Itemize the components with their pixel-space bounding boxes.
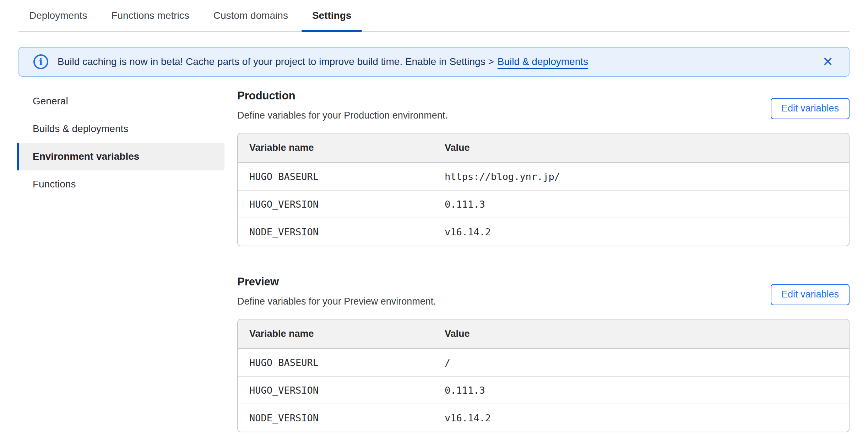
sidebar-item-label: General	[33, 95, 68, 107]
column-header-variable-name: Variable name	[238, 133, 433, 163]
variable-value-cell: v16.14.2	[433, 404, 849, 432]
variable-value-cell: 0.111.3	[433, 376, 849, 404]
settings-sidebar: General Builds & deployments Environment…	[17, 87, 224, 198]
variable-name-cell: HUGO_VERSION	[238, 190, 433, 218]
sidebar-item-builds-deployments[interactable]: Builds & deployments	[17, 115, 224, 143]
sidebar-item-environment-variables[interactable]: Environment variables	[17, 143, 224, 170]
edit-preview-variables-button[interactable]: Edit variables	[771, 284, 850, 305]
sidebar-item-label: Environment variables	[33, 151, 139, 162]
variable-value-cell: https://blog.ynr.jp/	[433, 163, 849, 190]
variable-name-cell: HUGO_BASEURL	[238, 349, 433, 376]
sidebar-item-label: Functions	[33, 179, 76, 190]
preview-description: Define variables for your Preview enviro…	[237, 296, 436, 307]
variable-value-cell: /	[433, 349, 849, 376]
tab-deployments[interactable]: Deployments	[18, 0, 98, 31]
preview-section: Preview Define variables for your Previe…	[237, 273, 850, 432]
table-row: NODE_VERSION v16.14.2	[238, 404, 849, 432]
table-header-row: Variable name Value	[238, 319, 849, 349]
build-caching-banner: i Build caching is now in beta! Cache pa…	[18, 47, 850, 77]
variable-name-cell: NODE_VERSION	[238, 218, 433, 246]
table-row: NODE_VERSION v16.14.2	[238, 218, 849, 246]
close-icon[interactable]: ✕	[821, 54, 835, 70]
column-header-value: Value	[433, 319, 849, 349]
production-description: Define variables for your Production env…	[237, 110, 448, 121]
preview-section-head: Preview Define variables for your Previe…	[237, 273, 850, 307]
table-row: HUGO_VERSION 0.111.3	[238, 190, 849, 218]
production-section: Production Define variables for your Pro…	[237, 87, 850, 246]
variable-name-cell: HUGO_BASEURL	[238, 163, 433, 190]
sidebar-item-general[interactable]: General	[17, 87, 224, 115]
tab-custom-domains[interactable]: Custom domains	[203, 0, 299, 31]
table-row: HUGO_BASEURL /	[238, 349, 849, 376]
preview-title: Preview	[237, 275, 436, 288]
table-row: HUGO_VERSION 0.111.3	[238, 376, 849, 404]
banner-message: Build caching is now in beta! Cache part…	[58, 56, 494, 67]
tab-settings[interactable]: Settings	[302, 0, 362, 31]
preview-variables-table: Variable name Value HUGO_BASEURL / HUGO_…	[237, 319, 850, 432]
edit-production-variables-button[interactable]: Edit variables	[771, 98, 850, 119]
variable-name-cell: HUGO_VERSION	[238, 376, 433, 404]
sidebar-item-functions[interactable]: Functions	[17, 170, 224, 198]
tab-label: Custom domains	[213, 10, 288, 21]
tab-label: Deployments	[29, 10, 87, 21]
sidebar-item-label: Builds & deployments	[33, 123, 128, 135]
tab-label: Settings	[312, 10, 351, 21]
table-header-row: Variable name Value	[238, 133, 849, 163]
variable-value-cell: 0.111.3	[433, 190, 849, 218]
variable-name-cell: NODE_VERSION	[238, 404, 433, 432]
column-header-variable-name: Variable name	[238, 319, 433, 349]
production-variables-table: Variable name Value HUGO_BASEURL https:/…	[237, 133, 850, 246]
tab-label: Functions metrics	[111, 10, 189, 21]
preview-head-text: Preview Define variables for your Previe…	[237, 273, 436, 307]
settings-content: Production Define variables for your Pro…	[237, 87, 850, 432]
production-title: Production	[237, 89, 448, 102]
column-header-value: Value	[433, 133, 849, 163]
settings-layout: General Builds & deployments Environment…	[18, 87, 850, 432]
variable-value-cell: v16.14.2	[433, 218, 849, 246]
production-head-text: Production Define variables for your Pro…	[237, 87, 448, 121]
table-row: HUGO_BASEURL https://blog.ynr.jp/	[238, 163, 849, 190]
production-section-head: Production Define variables for your Pro…	[237, 87, 850, 121]
info-icon: i	[33, 54, 48, 69]
settings-page: Deployments Functions metrics Custom dom…	[0, 0, 868, 443]
build-deployments-link[interactable]: Build & deployments	[498, 56, 588, 67]
tab-bar: Deployments Functions metrics Custom dom…	[18, 0, 850, 32]
tab-functions-metrics[interactable]: Functions metrics	[101, 0, 200, 31]
